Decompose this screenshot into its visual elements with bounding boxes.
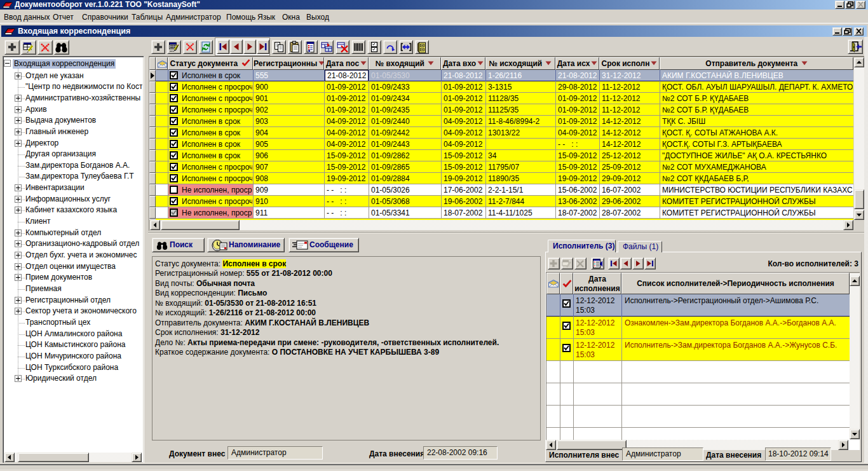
svg-text:...: ... (24, 50, 27, 54)
